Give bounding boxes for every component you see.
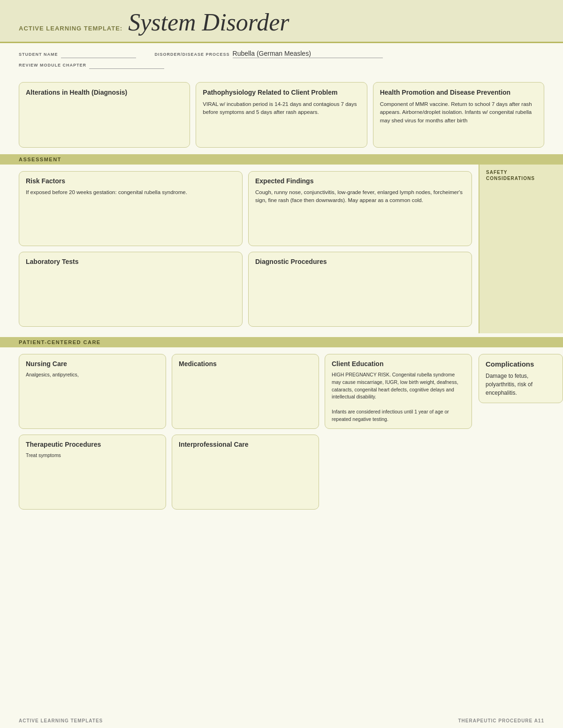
client-education-text: HIGH PREGNANCY RISK. Congenital rubella … <box>332 371 465 423</box>
footer-right: THERAPEUTIC PROCEDURE A11 <box>458 718 544 723</box>
assessment-body: Risk Factors If exposed before 20 weeks … <box>0 165 563 333</box>
client-education-title: Client Education <box>332 360 465 368</box>
risk-factors-card: Risk Factors If exposed before 20 weeks … <box>19 171 243 246</box>
review-value <box>89 61 164 69</box>
template-label: ACTIVE LEARNING TEMPLATE: <box>19 25 122 32</box>
assessment-main: Risk Factors If exposed before 20 weeks … <box>0 165 479 333</box>
top-card-pathophysiology-title: Pathophysiology Related to Client Proble… <box>203 88 360 97</box>
risk-factors-text: If exposed before 20 weeks gestation: co… <box>26 188 236 196</box>
nursing-care-title: Nursing Care <box>26 360 159 368</box>
assessment-header: ASSESSMENT <box>0 154 563 165</box>
top-card-pathophysiology: Pathophysiology Related to Client Proble… <box>196 82 367 148</box>
therapeutic-procedures-card: Therapeutic Procedures Treat symptoms <box>19 435 166 510</box>
therapeutic-procedures-text: Treat symptoms <box>26 452 159 459</box>
diagnostic-procedures-card: Diagnostic Procedures <box>248 252 472 327</box>
footer: ACTIVE LEARNING TEMPLATES THERAPEUTIC PR… <box>0 718 563 723</box>
expected-findings-card: Expected Findings Cough, runny nose, con… <box>248 171 472 246</box>
student-info: STUDENT NAME DISORDER/DISEASE PROCESS Ru… <box>0 43 563 75</box>
patient-care-main: Nursing Care Analgesics, antipyretics, M… <box>0 347 479 516</box>
top-card-alterations-title: Alterations in Health (Diagnosis) <box>26 88 183 97</box>
review-label: REVIEW MODULE CHAPTER <box>19 63 86 68</box>
complications-card: Complications Damage to fetus, polyarthr… <box>479 354 563 403</box>
review-field: REVIEW MODULE CHAPTER <box>19 61 164 69</box>
laboratory-tests-card: Laboratory Tests <box>19 252 243 327</box>
nursing-care-card: Nursing Care Analgesics, antipyretics, <box>19 354 166 429</box>
footer-left: ACTIVE LEARNING TEMPLATES <box>19 718 103 723</box>
expected-findings-title: Expected Findings <box>255 177 465 185</box>
risk-factors-title: Risk Factors <box>26 177 236 185</box>
right-sidebar: Complications Damage to fetus, polyarthr… <box>479 347 563 516</box>
top-card-health-text: Component of MMR vaccine. Return to scho… <box>380 100 537 125</box>
patient-care-grid: Nursing Care Analgesics, antipyretics, M… <box>19 354 472 510</box>
safety-title: SAFETYCONSIDERATIONS <box>486 169 556 181</box>
page: ACTIVE LEARNING TEMPLATE: System Disorde… <box>0 0 563 728</box>
disorder-label: DISORDER/DISEASE PROCESS <box>155 52 230 57</box>
interprofessional-care-card: Interprofessional Care <box>172 435 319 510</box>
medications-card: Medications <box>172 354 319 429</box>
client-education-card: Client Education HIGH PREGNANCY RISK. Co… <box>325 354 472 429</box>
header: ACTIVE LEARNING TEMPLATE: System Disorde… <box>0 0 563 43</box>
nursing-care-text: Analgesics, antipyretics, <box>26 371 159 379</box>
top-card-pathophysiology-text: VIRAL w/ incubation period is 14-21 days… <box>203 100 360 117</box>
top-card-health-title: Health Promotion and Disease Prevention <box>380 88 537 97</box>
page-title: System Disorder <box>128 8 289 36</box>
top-cards-section: Alterations in Health (Diagnosis) Pathop… <box>0 75 563 154</box>
complications-title: Complications <box>486 360 556 368</box>
student-name-field: STUDENT NAME <box>19 50 136 58</box>
laboratory-tests-title: Laboratory Tests <box>26 258 236 265</box>
disorder-field: DISORDER/DISEASE PROCESS Rubella (German… <box>155 50 383 58</box>
top-card-health-promotion: Health Promotion and Disease Prevention … <box>373 82 544 148</box>
top-card-alterations: Alterations in Health (Diagnosis) <box>19 82 190 148</box>
patient-care-header: PATIENT-CENTERED CARE <box>0 337 563 347</box>
expected-findings-text: Cough, runny nose, conjunctivitis, low-g… <box>255 188 465 205</box>
medications-title: Medications <box>179 360 312 368</box>
interprofessional-care-title: Interprofessional Care <box>179 441 312 448</box>
complications-text: Damage to fetus, polyarthritis, risk of … <box>486 372 556 397</box>
disorder-value: Rubella (German Measles) <box>233 50 383 58</box>
student-name-value <box>61 50 136 58</box>
therapeutic-procedures-title: Therapeutic Procedures <box>26 441 159 448</box>
safety-sidebar: SAFETYCONSIDERATIONS <box>479 165 563 333</box>
diagnostic-procedures-title: Diagnostic Procedures <box>255 258 465 265</box>
patient-care-body: Nursing Care Analgesics, antipyretics, M… <box>0 347 563 516</box>
student-name-label: STUDENT NAME <box>19 52 58 57</box>
